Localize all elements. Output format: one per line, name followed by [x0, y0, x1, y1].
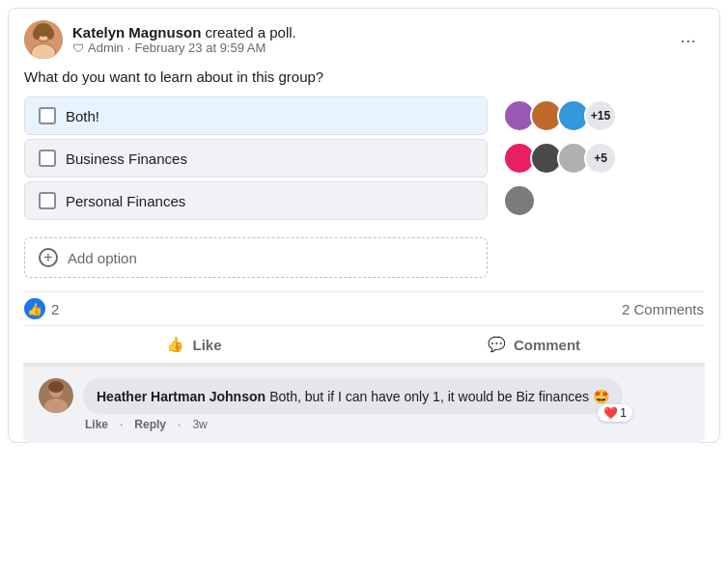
poll-option-personal[interactable]: Personal Finances — [24, 181, 488, 220]
reactions-row: 👍 2 2 Comments — [24, 291, 704, 325]
comment-text: Both, but if I can have only 1, it would… — [269, 389, 609, 404]
comment-label: Comment — [514, 337, 580, 353]
dot-sep2: · — [178, 418, 181, 431]
comment-button[interactable]: 💬 Comment — [364, 328, 704, 361]
poll-option-row: Both! +15 — [24, 96, 704, 135]
add-option-plus-icon: + — [39, 248, 58, 267]
like-label: Like — [192, 337, 221, 353]
comment-like-link[interactable]: Like — [85, 418, 108, 431]
voters-business: +5 — [497, 142, 617, 175]
poll-option-row: Personal Finances — [24, 181, 704, 220]
comment-author[interactable]: Heather Hartman Johnson — [97, 389, 266, 404]
author-avatar — [24, 20, 63, 59]
svg-point-7 — [46, 28, 54, 40]
voter-count-both: +15 — [584, 99, 617, 132]
like-reaction-icon: 👍 — [24, 298, 45, 319]
like-icon: 👍 — [166, 336, 184, 353]
comment-section: Heather Hartman Johnson Both, but if I c… — [23, 363, 705, 443]
voter-avatars-inner: +15 — [497, 99, 617, 132]
checkbox-business[interactable] — [39, 150, 56, 167]
post-sub-line: 🛡 Admin · February 23 at 9:59 AM — [72, 41, 296, 55]
add-option-text: Add option — [68, 250, 137, 266]
voter-avatar — [503, 184, 536, 217]
poll-option-business[interactable]: Business Finances — [24, 139, 488, 178]
post-author-line: Katelyn Magnuson created a poll. — [72, 24, 296, 41]
poll-option-both[interactable]: Both! — [24, 96, 488, 135]
voter-count-business: +5 — [584, 142, 617, 175]
option-label-personal: Personal Finances — [66, 193, 185, 209]
add-option-row[interactable]: + Add option — [24, 237, 488, 278]
svg-point-6 — [33, 28, 41, 40]
comment-icon: 💬 — [488, 336, 506, 353]
post-card: Katelyn Magnuson created a poll. 🛡 Admin… — [8, 8, 720, 443]
option-label-business: Business Finances — [66, 151, 187, 167]
poll-option-row: Business Finances +5 — [24, 139, 704, 178]
reaction-count-badge: 1 — [620, 406, 627, 420]
checkbox-personal[interactable] — [39, 192, 56, 209]
post-meta: Katelyn Magnuson created a poll. 🛡 Admin… — [72, 24, 296, 55]
more-options-button[interactable]: ··· — [672, 25, 704, 55]
reaction-count: 2 — [51, 301, 59, 317]
checkbox-both[interactable] — [39, 107, 56, 124]
dot-separator: · — [127, 41, 131, 55]
post-header: Katelyn Magnuson created a poll. 🛡 Admin… — [24, 20, 704, 59]
like-button[interactable]: 👍 Like — [24, 328, 364, 361]
comment-content: Heather Hartman Johnson Both, but if I c… — [83, 378, 623, 431]
voter-avatars-inner — [497, 184, 536, 217]
author-name[interactable]: Katelyn Magnuson — [72, 24, 201, 41]
voters-personal — [497, 184, 536, 217]
voters-both: +15 — [497, 99, 617, 132]
voter-avatars-inner: +5 — [497, 142, 617, 175]
post-action: created a poll. — [206, 24, 296, 41]
dot-sep: · — [120, 418, 123, 431]
svg-point-11 — [48, 381, 64, 393]
comment-reaction-badge: ❤️ 1 — [598, 404, 632, 422]
reactions-left: 👍 2 — [24, 298, 59, 319]
comment-body: Both, but if I can have only 1, it would… — [269, 389, 609, 404]
poll-question: What do you want to learn about in this … — [24, 68, 704, 85]
comment-reply-link[interactable]: Reply — [134, 418, 166, 431]
comment-bubble: Heather Hartman Johnson Both, but if I c… — [83, 378, 623, 414]
heart-reaction-icon: ❤️ — [603, 406, 618, 420]
option-label-both: Both! — [66, 108, 99, 124]
comments-count[interactable]: 2 Comments — [622, 301, 704, 317]
post-header-left: Katelyn Magnuson created a poll. 🛡 Admin… — [24, 20, 296, 59]
comment-timestamp: 3w — [192, 418, 207, 431]
action-bar: 👍 Like 💬 Comment — [24, 325, 704, 363]
post-role: Admin — [88, 41, 124, 55]
commenter-avatar — [39, 378, 73, 413]
post-timestamp: February 23 at 9:59 AM — [134, 41, 266, 55]
comment-actions: Like · Reply · 3w — [83, 418, 623, 431]
shield-icon: 🛡 — [72, 41, 84, 55]
poll-options: Both! +15 Business Finances — [24, 96, 704, 224]
